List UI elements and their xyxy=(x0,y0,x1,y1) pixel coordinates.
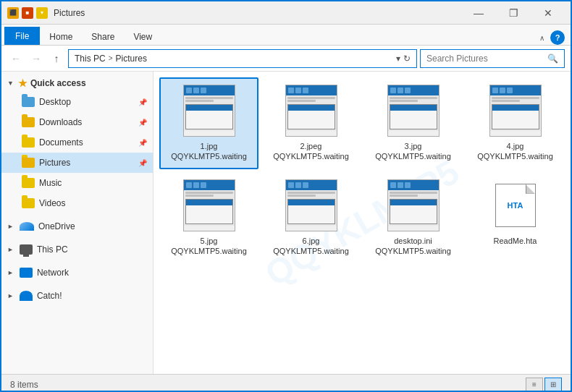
file-name-6: desktop.iniQQYKLMTP5.waiting xyxy=(375,236,451,257)
documents-label: Documents xyxy=(39,137,83,148)
tab-share[interactable]: Share xyxy=(82,28,124,45)
documents-pin: 📌 xyxy=(138,139,147,147)
win-content-6 xyxy=(388,190,439,226)
file-item-7[interactable]: HTA ReadMe.hta xyxy=(466,172,565,264)
title-bar-app-icons: ⬛ ■ ▾ xyxy=(7,7,48,19)
onedrive-icon xyxy=(20,222,34,231)
view-icons-button[interactable]: ⊞ xyxy=(544,378,562,392)
content-area: QQYKLMTP5 xyxy=(153,72,571,374)
tab-view[interactable]: View xyxy=(124,28,161,45)
ribbon-tabs: File Home Share View ∧ ? xyxy=(1,25,571,45)
search-icon: 🔍 xyxy=(547,54,558,64)
hta-icon-inner: HTA xyxy=(495,184,536,227)
win-btn-3c xyxy=(507,88,513,93)
sidebar-section-network: ► Network xyxy=(1,263,153,283)
file-thumb-4 xyxy=(183,179,235,231)
tab-file[interactable]: File xyxy=(4,27,40,45)
file-name-7: ReadMe.hta xyxy=(494,236,537,246)
address-path[interactable]: This PC > Pictures ▾ ↻ xyxy=(68,49,417,68)
sidebar-header-quick-access[interactable]: ▼ ★ Quick access xyxy=(1,74,153,92)
ribbon-help: ∧ ? xyxy=(539,30,568,45)
videos-folder-icon xyxy=(22,198,35,208)
back-button[interactable]: ← xyxy=(7,50,25,67)
sidebar-item-desktop[interactable]: Desktop 📌 xyxy=(1,92,153,112)
sidebar-item-network[interactable]: ► Network xyxy=(1,263,153,283)
path-segment-pictures[interactable]: Pictures xyxy=(116,54,147,64)
file-thumb-1 xyxy=(285,85,337,137)
ribbon-expand-icon[interactable]: ∧ xyxy=(539,34,544,42)
forward-button[interactable]: → xyxy=(28,50,45,67)
file-item-5[interactable]: 6.jpgQQYKLMTP5.waiting xyxy=(261,172,361,264)
win-line-1s xyxy=(287,100,316,102)
win-line-5s xyxy=(287,195,316,197)
file-name-2: 3.jpgQQYKLMTP5.waiting xyxy=(375,141,451,162)
win-inner-title-6 xyxy=(390,200,437,205)
expand-icon-onedrive: ► xyxy=(7,223,14,230)
minimize-button[interactable]: — xyxy=(462,3,495,23)
app-icon-2: ■ xyxy=(22,7,33,19)
win-inner-content-1 xyxy=(288,111,335,129)
sidebar-section-onedrive: ► OneDrive xyxy=(1,216,153,237)
this-pc-label: This PC xyxy=(37,244,68,255)
search-box[interactable]: 🔍 xyxy=(420,49,565,68)
file-name-1: 2.jpegQQYKLMTP5.waiting xyxy=(273,141,349,162)
file-name-0: 1.jpgQQYKLMTP5.waiting xyxy=(171,141,247,162)
win-btn xyxy=(186,88,192,93)
sidebar-item-music[interactable]: Music xyxy=(1,173,153,193)
file-thumb-2 xyxy=(387,85,439,137)
onedrive-label: OneDrive xyxy=(38,221,75,231)
file-grid: 1.jpgQQYKLMTP5.waiting xyxy=(159,77,565,263)
sidebar-item-onedrive[interactable]: ► OneDrive xyxy=(1,216,153,237)
close-button[interactable]: ✕ xyxy=(531,3,565,23)
view-list-button[interactable]: ≡ xyxy=(526,378,543,392)
help-button[interactable]: ? xyxy=(550,30,565,45)
tab-home[interactable]: Home xyxy=(40,28,82,45)
path-refresh[interactable]: ↻ xyxy=(403,54,411,64)
win-inner-3 xyxy=(492,104,539,129)
win-line-4s xyxy=(185,195,214,197)
win-btn3 xyxy=(201,88,206,93)
file-item-1[interactable]: 2.jpegQQYKLMTP5.waiting xyxy=(261,77,361,169)
win-line-3s xyxy=(492,100,521,102)
win-content xyxy=(184,95,235,131)
up-button[interactable]: ↑ xyxy=(48,50,65,67)
win-btn-3a xyxy=(492,88,498,93)
file-thumb-0 xyxy=(183,85,235,137)
sidebar: ▼ ★ Quick access Desktop 📌 Downloads 📌 D… xyxy=(1,72,153,374)
path-segment-pc[interactable]: This PC xyxy=(75,54,106,64)
sidebar-item-downloads[interactable]: Downloads 📌 xyxy=(1,112,153,132)
win-line-short xyxy=(185,100,214,102)
win-inner-2 xyxy=(390,104,437,129)
music-label: Music xyxy=(39,178,62,188)
win-line-6s xyxy=(390,195,419,197)
downloads-pin: 📌 xyxy=(138,119,147,127)
sidebar-item-documents[interactable]: Documents 📌 xyxy=(1,132,153,153)
pictures-label: Pictures xyxy=(39,158,70,168)
view-buttons: ≡ ⊞ xyxy=(526,378,562,392)
sidebar-item-this-pc[interactable]: ► This PC xyxy=(1,239,153,260)
win-inner-4 xyxy=(185,199,233,224)
sidebar-item-pictures[interactable]: Pictures 📌 xyxy=(1,153,153,173)
window-title: Pictures xyxy=(54,8,462,18)
desktop-pin: 📌 xyxy=(138,98,147,106)
downloads-folder-icon xyxy=(22,117,35,127)
file-item-2[interactable]: 3.jpgQQYKLMTP5.waiting xyxy=(363,77,463,169)
path-dropdown[interactable]: ▾ xyxy=(396,54,400,64)
win-line-2s xyxy=(390,100,419,102)
win-btn-3b xyxy=(500,88,505,93)
file-item-6[interactable]: desktop.iniQQYKLMTP5.waiting xyxy=(363,172,463,264)
file-item-4[interactable]: 5.jpgQQYKLMTP5.waiting xyxy=(159,172,258,264)
file-item-3[interactable]: 4.jpgQQYKLMTP5.waiting xyxy=(466,77,565,169)
win-btn-2b xyxy=(398,88,403,93)
search-input[interactable] xyxy=(426,54,544,64)
win-inner-content-5 xyxy=(288,205,335,223)
sidebar-item-videos[interactable]: Videos xyxy=(1,193,153,213)
maximize-button[interactable]: ❐ xyxy=(497,3,530,23)
star-icon: ★ xyxy=(18,77,28,89)
win-content-2 xyxy=(388,95,439,131)
win-btn-4c xyxy=(201,182,206,188)
win-btn-b xyxy=(295,88,301,93)
sidebar-item-catch[interactable]: ► Catch! xyxy=(1,286,153,306)
file-item-0[interactable]: 1.jpgQQYKLMTP5.waiting xyxy=(159,77,258,169)
status-bar: 8 items ≡ ⊞ xyxy=(1,374,571,392)
